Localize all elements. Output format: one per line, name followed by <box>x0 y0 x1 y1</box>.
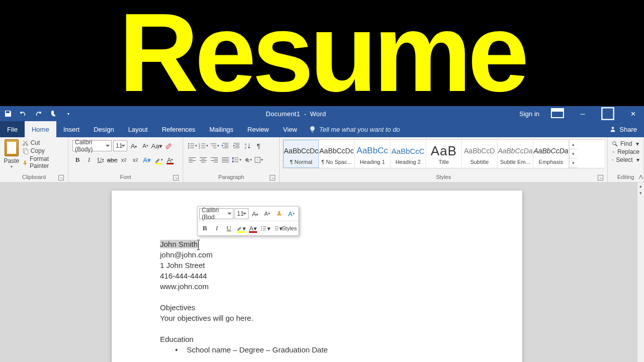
superscript-button[interactable]: x2 <box>130 154 140 165</box>
close-icon[interactable]: ✕ <box>626 109 640 119</box>
text-effects-button[interactable]: A▾ <box>142 154 152 165</box>
decrease-indent-button[interactable] <box>220 140 230 151</box>
doc-education-heading[interactable]: Education <box>160 334 474 344</box>
doc-website[interactable]: www.john.com <box>160 281 474 292</box>
mini-size-combo[interactable]: 11 <box>234 208 249 219</box>
style-heading1[interactable]: AaBbCcHeading 1 <box>355 140 390 168</box>
tab-references[interactable]: References <box>155 121 202 137</box>
italic-button[interactable]: I <box>84 154 94 165</box>
shrink-font-button[interactable]: A▾ <box>140 140 150 151</box>
scroll-up-icon[interactable]: ▴ <box>637 183 644 190</box>
numbering-button[interactable]: 123▾ <box>198 140 208 151</box>
change-case-button[interactable]: Aa▾ <box>152 140 162 151</box>
style-subtitle[interactable]: AaBbCcDSubtitle <box>462 140 498 168</box>
vertical-scrollbar[interactable]: ▴ ▾ <box>637 183 644 362</box>
mini-bullets[interactable]: ▾ <box>260 223 271 234</box>
maximize-icon[interactable] <box>601 109 615 119</box>
increase-indent-button[interactable] <box>231 140 242 151</box>
bold-button[interactable]: B <box>72 154 83 165</box>
mini-italic[interactable]: I <box>211 223 222 234</box>
justify-button[interactable] <box>220 155 230 165</box>
mini-font-color[interactable]: A▾ <box>248 223 259 234</box>
doc-objectives-text[interactable]: Your objectives will go here. <box>160 313 474 323</box>
doc-address[interactable]: 1 John Street <box>160 260 474 270</box>
multilevel-list-button[interactable]: ▾ <box>209 140 219 151</box>
tab-file[interactable]: File <box>0 121 25 137</box>
align-right-button[interactable] <box>209 155 219 165</box>
mini-numbering[interactable]: ▾ <box>272 223 283 234</box>
font-dialog-launcher[interactable]: ↘ <box>173 175 179 180</box>
line-spacing-button[interactable]: ▾ <box>231 154 242 165</box>
document-area[interactable]: John Smith john@john.com 1 John Street 4… <box>0 183 637 362</box>
shading-button[interactable]: ▾ <box>243 154 253 165</box>
save-icon[interactable] <box>4 110 12 118</box>
tab-layout[interactable]: Layout <box>121 121 155 137</box>
touch-mode-icon[interactable] <box>49 110 57 118</box>
qat-customize-icon[interactable]: ▾ <box>64 110 72 118</box>
paste-button[interactable]: Paste ▾ <box>3 138 20 173</box>
tab-mailings[interactable]: Mailings <box>202 121 240 137</box>
font-name-combo[interactable]: Calibri (Body) <box>72 140 112 151</box>
tab-insert[interactable]: Insert <box>56 121 87 137</box>
align-center-button[interactable] <box>198 155 208 165</box>
strikethrough-button[interactable]: abc <box>107 154 117 165</box>
mini-font-combo[interactable]: Calibri (Bod <box>199 208 233 219</box>
replace-button[interactable]: Replace <box>612 148 639 155</box>
mini-grow-font[interactable]: A▴ <box>250 208 261 219</box>
cut-button[interactable]: Cut <box>22 139 65 146</box>
style-subtle-emphasis[interactable]: AaBbCcDaSubtle Em... <box>498 140 533 168</box>
paragraph-dialog-launcher[interactable]: ↘ <box>270 175 275 180</box>
scroll-down-icon[interactable]: ▾ <box>637 190 644 197</box>
doc-email[interactable]: john@john.com <box>160 249 474 260</box>
borders-button[interactable]: ▾ <box>254 154 264 165</box>
font-size-combo[interactable]: 11 <box>113 140 127 151</box>
doc-name[interactable]: John Smith <box>160 239 474 249</box>
collapse-ribbon-icon[interactable]: ᐱ <box>639 174 643 180</box>
styles-dialog-launcher[interactable]: ↘ <box>598 175 603 180</box>
gallery-up-icon[interactable]: ▴ <box>570 140 577 149</box>
tab-review[interactable]: Review <box>240 121 276 137</box>
underline-button[interactable]: U▾ <box>96 154 106 165</box>
bullets-button[interactable]: ▾ <box>187 140 197 151</box>
tab-view[interactable]: View <box>276 121 304 137</box>
signin-link[interactable]: Sign in <box>519 110 539 118</box>
gallery-down-icon[interactable]: ▾ <box>570 149 577 159</box>
clear-format-button[interactable] <box>164 140 174 151</box>
sort-button[interactable]: AZ <box>243 140 253 151</box>
font-color-button[interactable]: A▾ <box>165 154 175 165</box>
ribbon-display-icon[interactable] <box>550 109 565 119</box>
document-page[interactable]: John Smith john@john.com 1 John Street 4… <box>112 191 522 362</box>
gallery-more-icon[interactable]: ▾ <box>570 158 577 168</box>
align-left-button[interactable] <box>187 155 197 165</box>
style-nospacing[interactable]: AaBbCcDc¶ No Spac... <box>319 140 355 168</box>
mini-format-painter[interactable] <box>274 208 285 219</box>
find-button[interactable]: Find ▾ <box>612 140 639 147</box>
select-button[interactable]: Select ▾ <box>612 156 639 163</box>
copy-button[interactable]: Copy <box>22 147 65 154</box>
doc-education-item[interactable]: School name – Degree – Graduation Date <box>160 344 474 355</box>
tab-design[interactable]: Design <box>87 121 121 137</box>
format-painter-button[interactable]: Format Painter <box>22 155 65 169</box>
mini-underline[interactable]: U <box>223 223 234 234</box>
highlight-button[interactable]: ▾ <box>153 154 164 165</box>
style-normal[interactable]: AaBbCcDc¶ Normal <box>283 140 319 168</box>
style-emphasis[interactable]: AaBbCcDaEmphasis <box>533 140 569 168</box>
mini-shrink-font[interactable]: A▾ <box>262 208 273 219</box>
redo-icon[interactable] <box>34 110 42 118</box>
doc-objectives-heading[interactable]: Objectives <box>160 302 474 313</box>
share-button[interactable]: Share <box>602 121 644 137</box>
mini-styles-label[interactable]: Styles <box>284 223 295 234</box>
mini-bold[interactable]: B <box>199 223 210 234</box>
minimize-icon[interactable]: ─ <box>576 109 590 119</box>
grow-font-button[interactable]: A▴ <box>129 140 139 151</box>
show-marks-button[interactable]: ¶ <box>254 140 264 151</box>
undo-icon[interactable] <box>19 110 27 118</box>
doc-phone[interactable]: 416-444-4444 <box>160 270 474 281</box>
style-title[interactable]: AaBTitle <box>426 140 462 168</box>
mini-highlight[interactable]: ▾ <box>235 223 247 234</box>
tell-me-search[interactable]: Tell me what you want to do <box>304 121 602 137</box>
tab-home[interactable]: Home <box>25 121 56 137</box>
subscript-button[interactable]: x2 <box>119 154 129 165</box>
mini-styles-button[interactable]: A▾ <box>286 208 297 219</box>
style-heading2[interactable]: AaBbCcCHeading 2 <box>390 140 426 168</box>
